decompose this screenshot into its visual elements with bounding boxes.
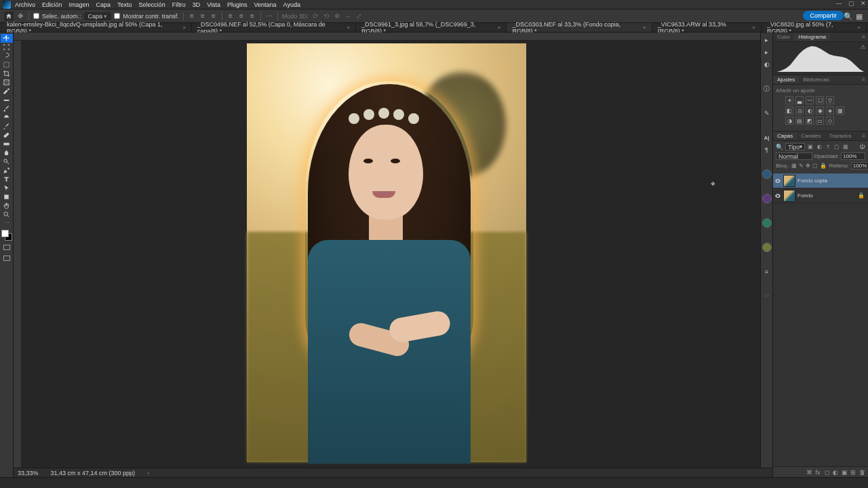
layer-row[interactable]: Fondo copia	[773, 174, 868, 188]
bw-adjust-icon[interactable]: ◐	[806, 106, 814, 115]
cc-library-icon[interactable]	[762, 194, 772, 203]
layer-visibility-icon[interactable]	[774, 192, 781, 199]
layer-fx-icon[interactable]: fx	[814, 469, 821, 476]
clone-stamp-tool[interactable]	[1, 113, 13, 122]
brush-tool[interactable]	[1, 104, 13, 113]
home-button[interactable]	[4, 12, 14, 21]
panel-menu-icon[interactable]: ≡	[858, 132, 868, 140]
align-center-h-icon[interactable]: ≡	[199, 12, 207, 20]
lock-all-icon[interactable]: 🔒	[820, 163, 827, 169]
info-panel-icon[interactable]: ⓘ	[762, 84, 772, 94]
menu-archivo[interactable]: Archivo	[15, 1, 35, 8]
frame-tool[interactable]	[1, 78, 13, 87]
plugin-icon[interactable]	[762, 218, 772, 228]
more-align-icon[interactable]: ⋯	[265, 12, 273, 20]
plugin2-icon[interactable]	[762, 243, 772, 252]
history-brush-tool[interactable]	[1, 122, 13, 131]
close-tab-icon[interactable]: ×	[347, 24, 350, 30]
document-tab[interactable]: _DSC0496.NEF al 52,5% (Capa 0, Máscara d…	[192, 23, 356, 32]
document-tab-active[interactable]: _DSC0303.NEF al 33,3% (Fondo copia, RGB/…	[507, 23, 652, 32]
layer-mask-icon[interactable]: ◻	[823, 469, 830, 476]
align-left-icon[interactable]: ≡	[188, 12, 196, 20]
brush-panel-icon[interactable]: ✎	[762, 108, 772, 118]
adjustment-layer-icon[interactable]: ◐	[832, 469, 839, 476]
link-layers-icon[interactable]: ⌘	[806, 469, 812, 476]
selective-color-adjust-icon[interactable]: ◇	[826, 117, 834, 125]
filter-img-icon[interactable]: ▣	[807, 144, 814, 150]
healing-brush-tool[interactable]	[1, 96, 13, 104]
hue-adjust-icon[interactable]: ◧	[785, 106, 793, 115]
document-tab[interactable]: _DSC9961_3.jpg al 58,7% (_DSC9969_3, RGB…	[356, 23, 507, 32]
screen-mode-icon[interactable]	[2, 254, 12, 262]
layer-visibility-icon[interactable]	[774, 178, 781, 184]
close-tab-icon[interactable]: ×	[643, 24, 646, 30]
lock-trans-icon[interactable]: ▦	[791, 163, 797, 169]
invert-adjust-icon[interactable]: ◑	[785, 117, 793, 125]
document-tab[interactable]: _VIC9633.ARW al 33,3% (RGB/8) *×	[652, 23, 762, 32]
properties-panel-icon[interactable]: ▸	[762, 47, 772, 57]
window-maximize-icon[interactable]: ▢	[848, 0, 854, 7]
canvas-area[interactable]	[22, 41, 772, 468]
object-select-tool[interactable]	[1, 60, 13, 69]
panel-menu-icon[interactable]: ≡	[858, 33, 868, 41]
filter-smart-icon[interactable]: ▦	[842, 144, 849, 150]
lookup-adjust-icon[interactable]: ▦	[836, 106, 844, 115]
eraser-tool[interactable]	[1, 131, 13, 140]
tab-trazados[interactable]: Trazados	[825, 132, 855, 140]
lock-nested-icon[interactable]: ▢	[812, 163, 818, 169]
3d-orbit-icon[interactable]: ⟳	[311, 12, 319, 20]
dodge-tool[interactable]	[1, 157, 13, 166]
color-balance-adjust-icon[interactable]: ⚖	[795, 106, 804, 115]
blur-tool[interactable]	[1, 148, 13, 157]
search-icon[interactable]: 🔍	[844, 12, 852, 20]
histogram-warning-icon[interactable]: ⚠	[861, 44, 865, 50]
paragraph-panel-icon[interactable]: ¶	[762, 145, 772, 155]
document-dims-readout[interactable]: 31,43 cm x 47,14 cm (300 ppp)	[51, 470, 136, 476]
close-tab-icon[interactable]: ×	[498, 24, 501, 30]
group-layers-icon[interactable]: ▣	[841, 469, 848, 476]
opacity-input[interactable]	[841, 152, 865, 160]
ruler-horizontal[interactable]	[14, 33, 772, 41]
show-transform-checkbox[interactable]	[114, 13, 120, 19]
tab-bibliotecas[interactable]: Bibliotecas	[799, 76, 833, 83]
path-select-tool[interactable]	[1, 184, 13, 192]
photo-filter-adjust-icon[interactable]: ◉	[816, 106, 824, 115]
actions-panel-icon[interactable]: ≡	[762, 267, 772, 277]
close-tab-icon[interactable]: ×	[857, 24, 861, 30]
exposure-adjust-icon[interactable]: ☐	[816, 96, 824, 104]
gradient-map-adjust-icon[interactable]: ▭	[816, 117, 824, 125]
lasso-tool[interactable]	[1, 52, 13, 60]
posterize-adjust-icon[interactable]: ▤	[795, 117, 804, 125]
color-swatches[interactable]	[1, 230, 12, 241]
menu-imagen[interactable]: Imagen	[69, 1, 90, 8]
pen-tool[interactable]	[1, 166, 13, 175]
tab-color[interactable]: Color	[773, 33, 794, 41]
vibrance-adjust-icon[interactable]: ▽	[826, 96, 834, 104]
menu-ventana[interactable]: Ventana	[254, 1, 277, 8]
panel-menu-icon[interactable]: ≡	[858, 76, 868, 83]
document-tab[interactable]: _VIC8820.jpg al 50% (7, RGB/8) *×	[762, 23, 867, 32]
levels-adjust-icon[interactable]: ▃	[795, 96, 804, 104]
filter-toggle-icon[interactable]: ⏻	[859, 144, 865, 150]
tab-ajustes[interactable]: Ajustes	[773, 76, 799, 83]
window-close-icon[interactable]: ✕	[860, 0, 867, 7]
close-tab-icon[interactable]: ×	[182, 24, 186, 30]
filter-shape-icon[interactable]: ▢	[833, 144, 840, 150]
share-button[interactable]: Compartir	[803, 11, 844, 20]
gradient-tool[interactable]	[1, 140, 13, 148]
history-panel-icon[interactable]: ↶	[762, 291, 772, 301]
document-tab[interactable]: kalen-emsley-Bkci_8qcdvQ-unsplash.jpg al…	[1, 23, 192, 32]
ruler-vertical[interactable]	[14, 41, 22, 468]
hand-tool[interactable]	[1, 201, 13, 210]
marquee-tool[interactable]	[1, 43, 13, 52]
crop-tool[interactable]	[1, 69, 13, 78]
edit-toolbar-icon[interactable]: ⋯	[1, 219, 13, 226]
3d-slide-icon[interactable]: ↔	[344, 12, 352, 20]
blend-mode-dropdown[interactable]: Normal	[776, 152, 812, 160]
window-minimize-icon[interactable]: —	[835, 0, 842, 7]
shape-tool[interactable]	[1, 192, 13, 201]
character-panel-icon[interactable]: A|	[762, 133, 772, 142]
layer-filter-dropdown[interactable]: Tipo ▾	[785, 143, 805, 150]
menu-capa[interactable]: Capa	[96, 1, 111, 8]
menu-plugins[interactable]: Plugins	[227, 1, 248, 8]
